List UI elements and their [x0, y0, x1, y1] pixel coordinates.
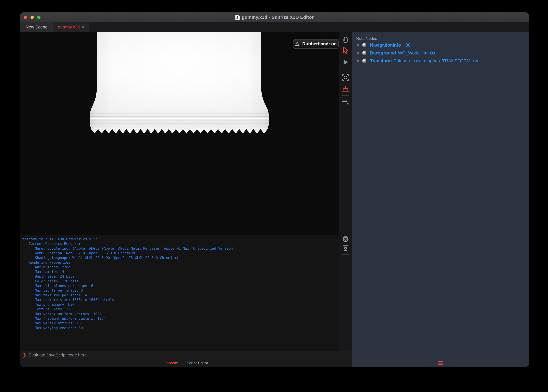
- rubberband-status-badge: Rubberband: on: [293, 39, 339, 49]
- node-sphere-icon: [362, 59, 367, 63]
- hand-icon: [342, 35, 349, 43]
- tab-console[interactable]: Console: [164, 361, 178, 365]
- visibility-eye-icon[interactable]: [422, 51, 428, 55]
- document-icon: [235, 14, 240, 20]
- viewport-3d[interactable]: Rubberband: on: [20, 32, 339, 235]
- tab-label: gummy.x3d: [58, 25, 79, 30]
- visibility-eye-icon[interactable]: [473, 59, 479, 63]
- console-log-text: Welcome to X_ITE X3D Browser v9.5.2: Cur…: [22, 237, 339, 330]
- console-output[interactable]: Welcome to X_ITE X3D Browser v9.5.2: Cur…: [20, 235, 339, 351]
- node-state-icons: [422, 50, 435, 56]
- expand-caret-icon[interactable]: [357, 51, 359, 55]
- titlebar: gummy.x3d · Sunrize X3D Editor: [20, 13, 529, 22]
- node-sphere-icon: [362, 43, 367, 47]
- node-type-label: Transform: [370, 58, 392, 63]
- clear-circle-x-icon: [342, 236, 349, 242]
- script-editor-button[interactable]: [342, 98, 349, 106]
- node-type-label: NavigationInfo: [370, 43, 401, 48]
- tree-node-row[interactable]: NavigationInfo: [352, 41, 529, 49]
- sunrise-light-button[interactable]: [342, 84, 349, 92]
- tab-new-scene[interactable]: New Scene: [20, 22, 53, 32]
- node-type-label: Background: [370, 50, 396, 56]
- outline-panel: Root Nodes NavigationInfo Background WO_…: [352, 32, 529, 359]
- focus-viewfinder-icon: [342, 74, 349, 81]
- expand-caret-icon[interactable]: [357, 43, 359, 47]
- traffic-lights: [24, 16, 41, 19]
- tab-label: New Scene: [26, 25, 48, 30]
- tree-node-row[interactable]: Transform Tütchen_rissc_mappes_TRANSFORM: [352, 57, 529, 65]
- bound-target-icon[interactable]: [430, 50, 435, 56]
- tree-node-row[interactable]: Background WO_World: [352, 49, 529, 57]
- cursor-arrow-icon: [342, 46, 349, 54]
- zoom-window-button[interactable]: [37, 16, 41, 19]
- select-arrow-tool-button[interactable]: [342, 46, 349, 54]
- rubberband-label: Rubberband: on: [302, 42, 337, 47]
- panel-bottom-bar: [352, 359, 529, 367]
- delete-output-button[interactable]: [342, 244, 349, 252]
- close-window-button[interactable]: [24, 16, 27, 19]
- minimize-window-button[interactable]: [30, 16, 34, 19]
- center-view-button[interactable]: [342, 74, 349, 81]
- console-input-placeholder[interactable]: Evaluate JavaScript code here.: [29, 352, 88, 358]
- node-state-icons: [405, 42, 411, 48]
- desktop: { "window": { "title": "gummy.x3d · Sunr…: [0, 0, 548, 392]
- rubberband-triangle-icon: [295, 42, 300, 46]
- sunrise-icon: [342, 85, 349, 92]
- node-name-label: WO_World: [398, 50, 420, 56]
- tab-close-icon[interactable]: ×: [82, 25, 84, 29]
- node-tree: NavigationInfo Background WO_World Trans…: [352, 41, 529, 65]
- bottom-bar: Console Script Editor: [20, 359, 529, 367]
- node-sphere-icon: [362, 51, 367, 55]
- tab-gummy-x3d[interactable]: gummy.x3d ×: [53, 22, 89, 32]
- script-pencil-icon: [342, 98, 349, 105]
- toolbar-divider: [342, 254, 349, 255]
- tab-script-editor[interactable]: Script Editor: [187, 361, 208, 365]
- clear-console-button[interactable]: [342, 235, 349, 243]
- list-view-icon[interactable]: [438, 361, 443, 365]
- console-input-row[interactable]: ❯ Evaluate JavaScript code here.: [20, 351, 352, 359]
- bottom-tabs: Console Script Editor: [20, 359, 352, 367]
- prompt-chevron-icon: ❯: [23, 352, 26, 358]
- bound-target-icon[interactable]: [405, 42, 411, 48]
- expand-caret-icon[interactable]: [357, 59, 359, 63]
- play-button[interactable]: [342, 58, 349, 66]
- gummy-bag-model[interactable]: [20, 32, 339, 235]
- play-icon: [342, 59, 349, 65]
- trash-x-icon: [342, 244, 349, 251]
- app-window: gummy.x3d · Sunrize X3D Editor New Scene…: [20, 12, 529, 367]
- window-title: gummy.x3d · Sunrize X3D Editor: [242, 15, 314, 20]
- pan-hand-tool-button[interactable]: [342, 35, 349, 43]
- tabbar: New Scene gummy.x3d ×: [20, 22, 529, 32]
- node-name-label: Tütchen_rissc_mappes_TRANSFORM: [394, 58, 470, 63]
- node-state-icons: [473, 59, 479, 63]
- toolbar-divider: [342, 95, 349, 96]
- outline-header: Root Nodes: [356, 36, 377, 41]
- toolbar-divider: [342, 70, 349, 70]
- viewport-toolbar: [339, 32, 352, 351]
